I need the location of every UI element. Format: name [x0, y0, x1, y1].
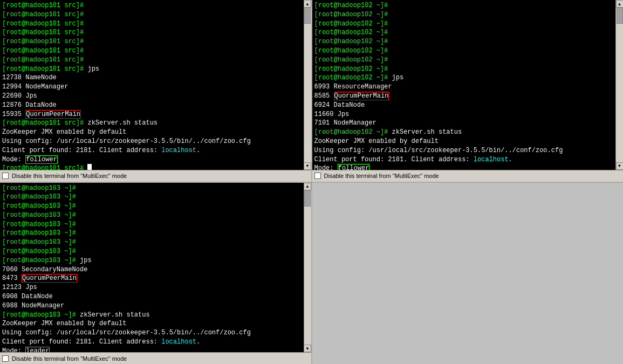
scroll-up-btn[interactable]: ▲	[616, 0, 624, 8]
line-mode-follower-102: Mode: follower	[314, 164, 614, 169]
terminal-content-hadoop101: [root@hadoop101 src]# [root@hadoop101 sr…	[0, 0, 304, 170]
line: [root@hadoop102 ~]#	[314, 19, 614, 29]
line: Client port found: 2181. Client address:…	[314, 155, 614, 164]
line: 22690 Jps	[2, 92, 302, 101]
scroll-thumb[interactable]	[617, 8, 623, 24]
footer-label-hadoop103: Disable this terminal from "MultiExec" m…	[12, 355, 127, 362]
line: 7060 SecondaryNameNode	[2, 265, 302, 274]
terminal-hadoop101: [root@hadoop101 src]# [root@hadoop101 sr…	[0, 0, 311, 182]
terminal-content-hadoop103: [root@hadoop103 ~]# [root@hadoop103 ~]# …	[0, 183, 304, 353]
line: Using config: /usr/local/src/zookeeper-3…	[2, 137, 302, 146]
line: Using config: /usr/local/src/zookeeper-3…	[314, 146, 614, 155]
line: [root@hadoop101 src]#	[2, 46, 302, 56]
line: [root@hadoop101 src]#	[2, 19, 302, 29]
scroll-thumb[interactable]	[304, 8, 311, 24]
scroll-track	[304, 190, 311, 345]
footer-label-hadoop102: Disable this terminal from "MultiExec" m…	[324, 173, 439, 179]
line: 12738 NameNode	[2, 73, 302, 83]
line: 7101 NodeManager	[314, 119, 614, 128]
line: Using config: /usr/local/src/zookeeper-3…	[2, 328, 302, 338]
line: 6908 DataNode	[2, 292, 302, 301]
line: [root@hadoop101 src]#	[2, 56, 302, 65]
footer-label-hadoop101: Disable this terminal from "MultiExec" m…	[12, 173, 127, 179]
line: 12994 NodeManager	[2, 83, 302, 92]
line: 11660 Jps	[314, 110, 614, 119]
panel-empty	[312, 183, 624, 365]
line: [root@hadoop101 src]#	[2, 37, 302, 46]
line: [root@hadoop103 ~]#	[2, 238, 302, 247]
line-quorum-hadoop102: 8585 QuorumPeerMain	[314, 92, 614, 101]
scroll-up-btn[interactable]: ▲	[304, 183, 311, 190]
terminal-hadoop103: [root@hadoop103 ~]# [root@hadoop103 ~]# …	[0, 183, 311, 365]
line: [root@hadoop101 src]#	[2, 10, 302, 19]
line: ZooKeeper JMX enabled by default	[2, 319, 302, 328]
terminal-footer-hadoop103: Disable this terminal from "MultiExec" m…	[0, 352, 311, 364]
terminal-footer-hadoop102: Disable this terminal from "MultiExec" m…	[312, 170, 624, 182]
scroll-down-btn[interactable]: ▼	[304, 162, 311, 170]
scrollbar-hadoop103[interactable]: ▲ ▼	[304, 183, 311, 353]
line-mode-leader-103: Mode: leader	[2, 347, 302, 352]
line: [root@hadoop103 ~]# jps	[2, 256, 302, 265]
main-layout: [root@hadoop101 src]# [root@hadoop101 sr…	[0, 0, 623, 364]
line: [root@hadoop102 ~]# jps	[314, 73, 614, 83]
line: [root@hadoop102 ~]#	[314, 37, 614, 46]
line: [root@hadoop101 src]#	[2, 28, 302, 37]
multiexec-checkbox-hadoop101[interactable]	[2, 173, 9, 179]
line: [root@hadoop101 src]# zkServer.sh status	[2, 119, 302, 128]
scroll-track	[304, 8, 311, 162]
line-prompt-cursor-101: [root@hadoop101 src]#	[2, 164, 302, 169]
line: Client port found: 2181. Client address:…	[2, 338, 302, 347]
terminal-hadoop102: [root@hadoop102 ~]# [root@hadoop102 ~]# …	[312, 0, 624, 182]
line: [root@hadoop101 src]#	[2, 1, 302, 10]
line: [root@hadoop103 ~]#	[2, 229, 302, 238]
line: [root@hadoop103 ~]#	[2, 184, 302, 193]
multiexec-checkbox-hadoop103[interactable]	[2, 355, 9, 362]
scroll-up-btn[interactable]: ▲	[304, 0, 311, 8]
scroll-down-btn[interactable]: ▼	[616, 162, 624, 170]
line: Client port found: 2181. Client address:…	[2, 146, 302, 155]
line: 6988 NodeManager	[2, 301, 302, 311]
line: [root@hadoop103 ~]#	[2, 193, 302, 202]
terminal-content-hadoop102: [root@hadoop102 ~]# [root@hadoop102 ~]# …	[312, 0, 616, 170]
line: 12876 DataNode	[2, 101, 302, 110]
line: ZooKeeper JMX enabled by default	[314, 137, 614, 146]
line: [root@hadoop102 ~]#	[314, 10, 614, 19]
line-quorum-hadoop103: 8473 QuorumPeerMain	[2, 274, 302, 283]
scrollbar-hadoop102[interactable]: ▲ ▼	[615, 0, 623, 170]
scroll-track	[616, 8, 623, 162]
line: [root@hadoop102 ~]# zkServer.sh status	[314, 128, 614, 137]
line: [root@hadoop103 ~]# zkServer.sh status	[2, 311, 302, 320]
line: [root@hadoop103 ~]#	[2, 211, 302, 220]
line: [root@hadoop103 ~]#	[2, 220, 302, 229]
scroll-down-btn[interactable]: ▼	[304, 345, 311, 352]
line: 12123 Jps	[2, 283, 302, 292]
line: ZooKeeper JMX enabled by default	[2, 128, 302, 137]
line: [root@hadoop103 ~]#	[2, 247, 302, 256]
line: [root@hadoop102 ~]#	[314, 65, 614, 74]
line-quorum-hadoop101: 15935 QuorumPeerMain	[2, 110, 302, 119]
line: [root@hadoop102 ~]#	[314, 28, 614, 37]
multiexec-checkbox-hadoop102[interactable]	[314, 173, 321, 179]
line: 6993 ResourceManager	[314, 83, 614, 92]
line: [root@hadoop103 ~]#	[2, 202, 302, 211]
terminal-footer-hadoop101: Disable this terminal from "MultiExec" m…	[0, 170, 311, 182]
line: 6924 DataNode	[314, 101, 614, 110]
line: [root@hadoop102 ~]#	[314, 1, 614, 10]
line: [root@hadoop102 ~]#	[314, 56, 614, 65]
line-mode-follower-101: Mode: follower	[2, 155, 302, 164]
line: [root@hadoop102 ~]#	[314, 46, 614, 56]
line: [root@hadoop101 src]# jps	[2, 65, 302, 74]
scroll-thumb[interactable]	[304, 190, 311, 207]
scrollbar-hadoop101[interactable]: ▲ ▼	[304, 0, 311, 170]
